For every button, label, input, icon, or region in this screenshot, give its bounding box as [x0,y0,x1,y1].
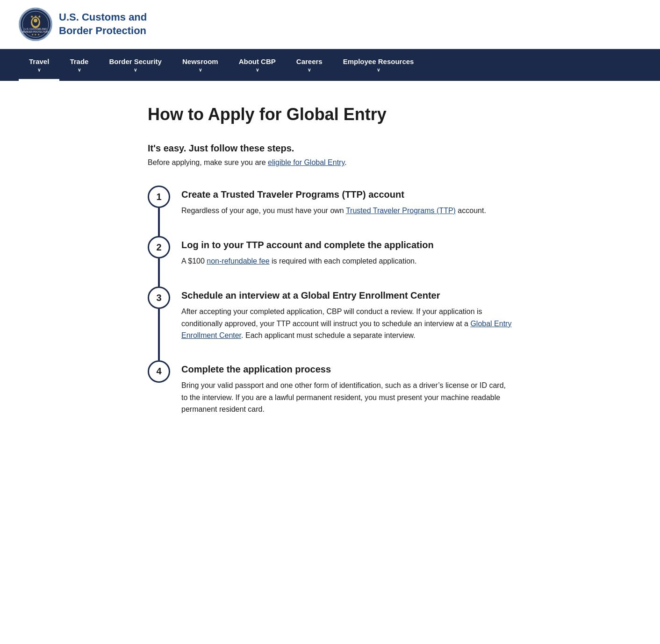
step-1-content: Create a Trusted Traveler Programs (TTP)… [181,186,512,236]
chevron-down-icon: ∨ [134,67,137,72]
step-1-number: 1 [148,186,170,208]
step-1: 1 Create a Trusted Traveler Programs (TT… [148,186,512,236]
intro-text-after: . [344,158,346,166]
step-2-desc-before: A $100 [181,257,207,265]
nav-item-trade[interactable]: Trade ∨ [59,49,99,81]
step-1-title: Create a Trusted Traveler Programs (TTP)… [181,189,512,200]
intro-text-before: Before applying, make sure you are [148,158,268,166]
step-3-line [158,309,160,360]
step-2: 2 Log in to your TTP account and complet… [148,236,512,286]
step-1-desc: Regardless of your age, you must have yo… [181,205,512,217]
step-1-left: 1 [148,186,170,236]
section-subtitle: It's easy. Just follow these steps. [148,143,512,154]
step-1-line [158,208,160,236]
nav-item-about-cbp[interactable]: About CBP ∨ [229,49,286,81]
step-4-left: 4 [148,360,170,415]
nav-item-border-security[interactable]: Border Security ∨ [99,49,172,81]
step-2-content: Log in to your TTP account and complete … [181,236,512,286]
chevron-down-icon: ∨ [199,67,202,72]
agency-name: U.S. Customs and Border Protection [59,11,147,37]
nav-item-newsroom[interactable]: Newsroom ∨ [172,49,229,81]
site-header: ★ ★ ★ U.S. CUSTOMS AND BORDER PROTECTION… [0,0,660,49]
nav-label-newsroom: Newsroom [182,57,218,65]
nav-label-travel: Travel [29,57,49,65]
steps-container: 1 Create a Trusted Traveler Programs (TT… [148,186,512,415]
step-2-number: 2 [148,236,170,258]
step-3-title: Schedule an interview at a Global Entry … [181,290,512,301]
step-1-desc-after: account. [456,207,486,215]
nav-item-employee-resources[interactable]: Employee Resources ∨ [333,49,424,81]
chevron-down-icon: ∨ [308,67,311,72]
step-3-desc-before: After accepting your completed applicati… [181,308,482,328]
cbp-seal: ★ ★ ★ U.S. CUSTOMS AND BORDER PROTECTION… [19,7,52,41]
svg-point-5 [34,19,37,22]
nav-label-careers: Careers [296,57,323,65]
non-refundable-link[interactable]: non-refundable fee [207,257,269,265]
page-title: How to Apply for Global Entry [148,104,512,124]
step-2-left: 2 [148,236,170,286]
svg-text:★ ★ ★: ★ ★ ★ [31,33,40,36]
step-2-desc: A $100 non-refundable fee is required wi… [181,255,512,267]
main-content: How to Apply for Global Entry It's easy.… [129,81,531,453]
step-3-left: 3 [148,286,170,360]
step-3: 3 Schedule an interview at a Global Entr… [148,286,512,360]
eligible-link[interactable]: eligible for Global Entry [268,158,344,166]
step-3-desc: After accepting your completed applicati… [181,306,512,342]
step-1-desc-before: Regardless of your age, you must have yo… [181,207,346,215]
step-4-desc: Bring your valid passport and one other … [181,379,512,415]
step-4-content: Complete the application process Bring y… [181,360,512,415]
step-4: 4 Complete the application process Bring… [148,360,512,415]
step-2-title: Log in to your TTP account and complete … [181,240,512,250]
step-3-desc-after: . Each applicant must schedule a separat… [241,331,416,339]
nav-label-border-security: Border Security [109,57,162,65]
intro-paragraph: Before applying, make sure you are eligi… [148,158,512,167]
main-nav: Travel ∨ Trade ∨ Border Security ∨ Newsr… [0,49,660,81]
ttp-link[interactable]: Trusted Traveler Programs (TTP) [346,207,456,215]
chevron-down-icon: ∨ [37,67,41,72]
seal-svg: ★ ★ ★ U.S. CUSTOMS AND BORDER PROTECTION… [20,8,51,40]
nav-item-travel[interactable]: Travel ∨ [19,49,59,81]
step-2-line [158,258,160,286]
chevron-down-icon: ∨ [377,67,380,72]
step-3-number: 3 [148,286,170,309]
nav-label-employee-resources: Employee Resources [343,57,414,65]
nav-label-trade: Trade [70,57,88,65]
chevron-down-icon: ∨ [78,67,81,72]
logo-area: ★ ★ ★ U.S. CUSTOMS AND BORDER PROTECTION… [19,7,147,41]
nav-item-careers[interactable]: Careers ∨ [286,49,333,81]
step-3-content: Schedule an interview at a Global Entry … [181,286,512,360]
nav-label-about-cbp: About CBP [239,57,276,65]
chevron-down-icon: ∨ [256,67,259,72]
step-4-title: Complete the application process [181,364,512,375]
step-4-number: 4 [148,360,170,383]
step-2-desc-after: is required with each completed applicat… [270,257,417,265]
